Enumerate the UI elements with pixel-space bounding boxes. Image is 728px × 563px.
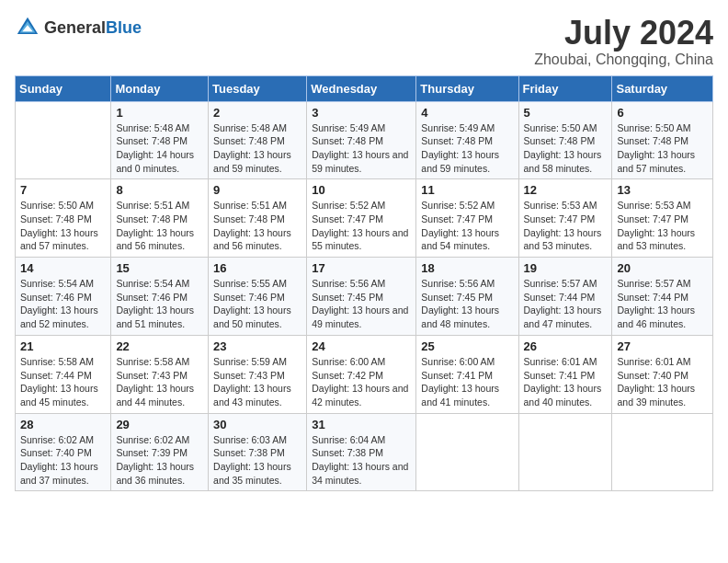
day-number: 4 [421,106,513,120]
day-info: Sunrise: 5:48 AMSunset: 7:48 PMDaylight:… [116,121,203,176]
calendar-cell: 8Sunrise: 5:51 AMSunset: 7:48 PMDaylight… [111,179,209,258]
day-number: 21 [20,339,106,353]
location-title: Zhoubai, Chongqing, China [534,52,713,68]
calendar-cell: 21Sunrise: 5:58 AMSunset: 7:44 PMDayligh… [16,335,111,413]
day-info: Sunrise: 6:00 AMSunset: 7:41 PMDaylight:… [421,355,513,409]
calendar-cell: 6Sunrise: 5:50 AMSunset: 7:48 PMDaylight… [612,101,713,179]
page-header: GeneralBlue July 2024 Zhoubai, Chongqing… [15,15,713,68]
day-info: Sunrise: 6:02 AMSunset: 7:39 PMDaylight:… [116,433,203,488]
calendar-cell: 17Sunrise: 5:56 AMSunset: 7:45 PMDayligh… [307,258,416,336]
day-info: Sunrise: 6:02 AMSunset: 7:40 PMDaylight:… [20,433,106,488]
day-number: 27 [617,339,708,353]
day-info: Sunrise: 5:55 AMSunset: 7:46 PMDaylight:… [213,277,301,331]
calendar-cell: 22Sunrise: 5:58 AMSunset: 7:43 PMDayligh… [111,335,209,413]
day-header-thursday: Thursday [416,75,518,101]
day-number: 2 [213,106,301,120]
calendar-cell: 9Sunrise: 5:51 AMSunset: 7:48 PMDaylight… [209,179,307,258]
day-number: 7 [20,183,106,197]
calendar-cell [16,101,111,179]
calendar-cell: 18Sunrise: 5:56 AMSunset: 7:45 PMDayligh… [416,258,518,336]
calendar-cell: 20Sunrise: 5:57 AMSunset: 7:44 PMDayligh… [612,258,713,336]
day-info: Sunrise: 5:52 AMSunset: 7:47 PMDaylight:… [421,199,513,253]
day-number: 6 [617,106,708,120]
calendar-cell: 27Sunrise: 6:01 AMSunset: 7:40 PMDayligh… [612,335,713,413]
day-number: 12 [524,183,608,197]
calendar-cell: 28Sunrise: 6:02 AMSunset: 7:40 PMDayligh… [16,413,111,491]
day-info: Sunrise: 5:51 AMSunset: 7:48 PMDaylight:… [116,199,203,253]
day-number: 3 [312,106,411,120]
calendar-week-row: 21Sunrise: 5:58 AMSunset: 7:44 PMDayligh… [16,335,713,413]
day-info: Sunrise: 5:50 AMSunset: 7:48 PMDaylight:… [617,121,708,176]
day-number: 10 [312,183,411,197]
calendar-week-row: 7Sunrise: 5:50 AMSunset: 7:48 PMDaylight… [16,179,713,258]
calendar-cell: 30Sunrise: 6:03 AMSunset: 7:38 PMDayligh… [209,413,307,491]
day-info: Sunrise: 5:53 AMSunset: 7:47 PMDaylight:… [617,199,708,253]
day-info: Sunrise: 5:58 AMSunset: 7:43 PMDaylight:… [116,355,203,409]
calendar-week-row: 1Sunrise: 5:48 AMSunset: 7:48 PMDaylight… [16,101,713,179]
day-info: Sunrise: 6:01 AMSunset: 7:41 PMDaylight:… [524,355,608,409]
day-header-saturday: Saturday [612,75,713,101]
calendar-cell: 23Sunrise: 5:59 AMSunset: 7:43 PMDayligh… [209,335,307,413]
logo-icon [15,15,40,40]
calendar-cell: 5Sunrise: 5:50 AMSunset: 7:48 PMDaylight… [518,101,612,179]
calendar-header-row: SundayMondayTuesdayWednesdayThursdayFrid… [16,75,713,101]
day-info: Sunrise: 5:59 AMSunset: 7:43 PMDaylight:… [213,355,301,409]
calendar-cell: 3Sunrise: 5:49 AMSunset: 7:48 PMDaylight… [307,101,416,179]
day-info: Sunrise: 5:50 AMSunset: 7:48 PMDaylight:… [524,121,608,176]
day-info: Sunrise: 6:00 AMSunset: 7:42 PMDaylight:… [312,355,411,409]
day-info: Sunrise: 5:49 AMSunset: 7:48 PMDaylight:… [421,121,513,176]
calendar-cell [612,413,713,491]
day-number: 29 [116,418,203,431]
day-info: Sunrise: 5:54 AMSunset: 7:46 PMDaylight:… [116,277,203,331]
calendar-cell: 2Sunrise: 5:48 AMSunset: 7:48 PMDaylight… [209,101,307,179]
calendar-week-row: 14Sunrise: 5:54 AMSunset: 7:46 PMDayligh… [16,258,713,336]
calendar-cell: 31Sunrise: 6:04 AMSunset: 7:38 PMDayligh… [307,413,416,491]
day-info: Sunrise: 6:04 AMSunset: 7:38 PMDaylight:… [312,433,411,488]
title-block: July 2024 Zhoubai, Chongqing, China [534,15,713,68]
calendar-cell: 29Sunrise: 6:02 AMSunset: 7:39 PMDayligh… [111,413,209,491]
calendar-cell: 25Sunrise: 6:00 AMSunset: 7:41 PMDayligh… [416,335,518,413]
calendar-cell: 14Sunrise: 5:54 AMSunset: 7:46 PMDayligh… [16,258,111,336]
calendar-cell: 12Sunrise: 5:53 AMSunset: 7:47 PMDayligh… [518,179,612,258]
day-number: 22 [116,339,203,353]
day-number: 30 [213,418,301,431]
day-info: Sunrise: 5:56 AMSunset: 7:45 PMDaylight:… [421,277,513,331]
day-info: Sunrise: 5:58 AMSunset: 7:44 PMDaylight:… [20,355,106,409]
month-title: July 2024 [534,15,713,52]
day-number: 26 [524,339,608,353]
day-number: 16 [213,261,301,275]
day-number: 1 [116,106,203,120]
day-info: Sunrise: 6:01 AMSunset: 7:40 PMDaylight:… [617,355,708,409]
day-header-tuesday: Tuesday [209,75,307,101]
day-info: Sunrise: 6:03 AMSunset: 7:38 PMDaylight:… [213,433,301,488]
calendar-cell: 19Sunrise: 5:57 AMSunset: 7:44 PMDayligh… [518,258,612,336]
calendar-cell [416,413,518,491]
calendar-cell [518,413,612,491]
calendar-cell: 24Sunrise: 6:00 AMSunset: 7:42 PMDayligh… [307,335,416,413]
day-header-monday: Monday [111,75,209,101]
calendar-cell: 26Sunrise: 6:01 AMSunset: 7:41 PMDayligh… [518,335,612,413]
calendar-cell: 15Sunrise: 5:54 AMSunset: 7:46 PMDayligh… [111,258,209,336]
day-info: Sunrise: 5:50 AMSunset: 7:48 PMDaylight:… [20,199,106,253]
day-info: Sunrise: 5:57 AMSunset: 7:44 PMDaylight:… [524,277,608,331]
day-info: Sunrise: 5:53 AMSunset: 7:47 PMDaylight:… [524,199,608,253]
day-info: Sunrise: 5:54 AMSunset: 7:46 PMDaylight:… [20,277,106,331]
day-info: Sunrise: 5:51 AMSunset: 7:48 PMDaylight:… [213,199,301,253]
day-number: 24 [312,339,411,353]
day-info: Sunrise: 5:57 AMSunset: 7:44 PMDaylight:… [617,277,708,331]
day-number: 13 [617,183,708,197]
logo: GeneralBlue [15,15,142,40]
logo-general-text: GeneralBlue [44,18,142,38]
day-header-wednesday: Wednesday [307,75,416,101]
day-number: 31 [312,418,411,431]
calendar-cell: 11Sunrise: 5:52 AMSunset: 7:47 PMDayligh… [416,179,518,258]
calendar-week-row: 28Sunrise: 6:02 AMSunset: 7:40 PMDayligh… [16,413,713,491]
calendar-cell: 1Sunrise: 5:48 AMSunset: 7:48 PMDaylight… [111,101,209,179]
day-number: 28 [20,418,106,431]
day-info: Sunrise: 5:52 AMSunset: 7:47 PMDaylight:… [312,199,411,253]
day-number: 15 [116,261,203,275]
day-number: 19 [524,261,608,275]
day-number: 11 [421,183,513,197]
day-number: 25 [421,339,513,353]
calendar-cell: 16Sunrise: 5:55 AMSunset: 7:46 PMDayligh… [209,258,307,336]
